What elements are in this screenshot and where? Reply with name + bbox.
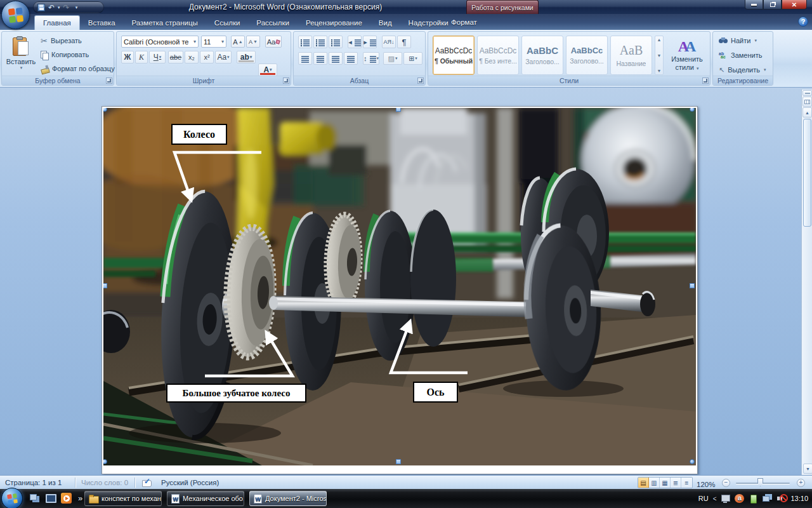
align-left-button[interactable] [298,52,312,65]
close-button[interactable]: ✕ [782,0,807,10]
display-tray-icon[interactable] [721,494,730,503]
line-spacing-button[interactable]: ↕▾ [363,52,379,65]
justify-button[interactable] [344,52,358,65]
show-marks-button[interactable]: ¶ [397,36,411,48]
minimize-button[interactable] [745,0,763,10]
zoom-slider-thumb[interactable] [757,478,763,486]
style-heading2[interactable]: AaBbCc Заголово... [566,36,608,75]
volume-muted-icon[interactable] [776,494,786,503]
taskbar-item-folder[interactable]: конспект по механ... [84,491,162,506]
style-no-spacing[interactable]: AaBbCcDc ¶ Без инте... [477,36,519,75]
undo-button[interactable]: ↶ [48,4,55,11]
start-button[interactable] [1,488,23,508]
tab-review[interactable]: Рецензирование [298,16,370,30]
ruler-toggle-button[interactable] [802,97,812,107]
customize-qat-icon[interactable]: ▾ [75,5,78,10]
show-desktop-icon[interactable] [45,493,56,504]
tab-page-layout[interactable]: Разметка страницы [124,16,206,30]
tab-format[interactable]: Формат [443,15,485,29]
scrollbar-thumb[interactable] [803,119,811,227]
numbering-button[interactable] [313,36,327,48]
style-normal[interactable]: AaBbCcDc ¶ Обычный [433,36,475,75]
scroll-up-button[interactable]: ▲ [802,107,812,117]
select-button[interactable]: ↖ Выделить ▾ [717,64,768,76]
handle-top-middle[interactable] [396,108,401,112]
font-dialog-launcher[interactable] [283,77,289,84]
tab-mailings[interactable]: Рассылки [248,16,298,30]
grow-font-button[interactable]: А▲ [231,36,245,48]
underline-button[interactable]: Ч▾ [149,51,166,64]
font-color-button[interactable]: А▾ [258,64,277,76]
align-center-button[interactable] [313,52,327,65]
undo-dropdown-icon[interactable]: ▾ [58,5,60,10]
word-count[interactable]: Число слов: 0 [77,476,132,490]
tab-insert[interactable]: Вставка [80,16,124,30]
handle-left-middle[interactable] [103,283,107,288]
handle-right-middle[interactable] [690,283,695,288]
gallery-more-icon[interactable]: ▼ [657,69,662,73]
find-button[interactable]: Найти ▾ [717,35,768,46]
reading-view-button[interactable]: ▥ [649,478,660,488]
switch-windows-icon[interactable] [29,493,40,504]
shrink-font-button[interactable]: А▼ [246,36,260,48]
vertical-scrollbar[interactable]: ▲ ▼ [801,90,812,475]
print-layout-view-button[interactable]: ▤ [638,478,649,488]
strikethrough-button[interactable]: abe [168,51,183,64]
superscript-button[interactable]: x² [200,51,214,64]
shading-button[interactable]: ▨▾ [383,52,402,65]
paragraph-dialog-launcher[interactable] [417,77,424,84]
font-name-combo[interactable]: Calibri (Основной те ▾ [121,36,199,48]
media-player-icon[interactable] [61,493,72,504]
copy-button[interactable]: Копировать [39,49,117,60]
tab-home[interactable]: Главная [34,15,80,30]
language-tray-indicator[interactable]: RU [698,495,709,502]
draft-view-button[interactable]: ≡ [681,478,692,488]
bullets-button[interactable] [298,36,312,48]
quick-launch-overflow-icon[interactable]: » [78,493,82,503]
taskbar-item-word-doc1[interactable]: Механическое обо... [167,491,244,506]
style-heading1[interactable]: AaBbC Заголово... [521,36,563,75]
handle-bottom-middle[interactable] [396,459,401,464]
bold-button[interactable]: Ж [121,51,134,64]
style-title[interactable]: AaB Название [610,36,652,75]
styles-gallery-scroll[interactable]: ▲ ▼ ▼ [655,36,664,75]
web-layout-view-button[interactable]: ▦ [660,478,671,488]
format-painter-button[interactable]: Формат по образцу [39,63,117,74]
change-case-button[interactable]: Aa▾ [215,51,232,64]
paste-button[interactable]: Вставить ▾ [6,34,36,75]
styles-dialog-launcher[interactable] [702,77,709,84]
zoom-in-button[interactable]: + [797,479,805,487]
decrease-indent-button[interactable]: ◂ [348,36,362,48]
power-tray-icon[interactable] [749,494,758,503]
sort-button[interactable]: АЯ↓ [382,36,396,48]
replace-button[interactable]: abac Заменить [717,50,768,61]
tray-expand-icon[interactable]: < [713,495,717,502]
tab-references[interactable]: Ссылки [206,16,249,30]
scroll-down-button[interactable]: ▼ [803,464,812,474]
align-right-button[interactable] [329,52,343,65]
font-size-combo[interactable]: 11 ▾ [201,36,226,48]
split-handle[interactable] [802,90,812,96]
wheelset-photo[interactable]: Колесо Большое зубчатое колесо Ось [103,108,696,465]
office-button[interactable] [1,1,30,29]
help-icon[interactable]: ? [798,17,808,27]
scroll-up-icon[interactable]: ▲ [657,37,662,42]
restore-button[interactable] [763,0,782,10]
network-tray-icon[interactable] [763,494,772,503]
antivirus-tray-icon[interactable] [735,494,744,503]
italic-button[interactable]: К [135,51,148,64]
borders-button[interactable]: ⊞▾ [403,52,422,65]
redo-button[interactable]: ↷ [63,4,70,11]
outline-view-button[interactable]: ≣ [671,478,681,488]
multilevel-list-button[interactable] [329,36,343,48]
spellcheck-status[interactable] [138,476,155,490]
language-indicator[interactable]: Русский (Россия) [157,476,223,490]
clock[interactable]: 13:10 [790,495,808,502]
cut-button[interactable]: ✂ Вырезать [39,35,117,46]
change-styles-button[interactable]: AA Изменить стили ▾ [667,36,707,75]
taskbar-item-word-doc2[interactable]: Документ2 - Micros... [249,491,327,506]
clear-formatting-button[interactable]: Aa [265,36,282,48]
save-icon[interactable] [37,4,45,11]
handle-bottom-right[interactable] [690,459,695,464]
subscript-button[interactable]: x₂ [185,51,199,64]
